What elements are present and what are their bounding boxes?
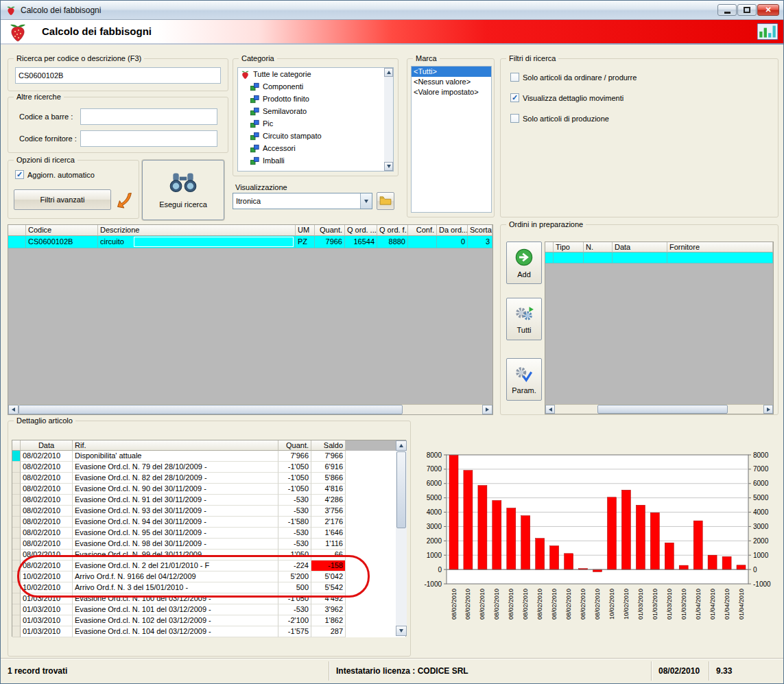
table-row[interactable]: CS0600102B circuito PZ 7966 16544 8880 0… (8, 236, 492, 248)
filter-checkbox[interactable] (510, 73, 519, 82)
category-item[interactable]: Circuito stampato (238, 130, 393, 142)
category-item[interactable]: Tutte le categorie (238, 68, 393, 80)
header-codice[interactable]: Codice (26, 225, 98, 236)
detail-header-quant[interactable]: Quant. (278, 440, 311, 451)
search-input[interactable] (15, 67, 221, 84)
detail-row[interactable]: 01/03/2010 Evasione Ord.cl. N. 104 del 0… (12, 626, 405, 637)
scroll-up-icon[interactable] (384, 68, 393, 77)
row-selector[interactable] (12, 582, 21, 593)
scroll-left-icon[interactable] (545, 405, 555, 414)
detail-row[interactable]: 08/02/2010 Evasione Ord.cl. N. 2 del 21/… (12, 561, 405, 571)
orders-hscrollbar[interactable] (545, 404, 773, 414)
detail-row[interactable]: 08/02/2010 Evasione Ord.cl. N. 99 del 30… (12, 550, 405, 561)
scroll-right-icon[interactable] (482, 405, 492, 414)
inline-editor[interactable] (134, 237, 294, 247)
orders-header-tipo[interactable]: Tipo (554, 242, 584, 252)
chevron-down-icon[interactable] (360, 193, 372, 209)
detail-header-data[interactable]: Data (21, 440, 73, 451)
marca-item[interactable]: <Tutti> (412, 67, 491, 77)
detail-row[interactable]: 08/02/2010 Evasione Ord.cl. N. 91 del 30… (12, 495, 405, 506)
scrollbar-thumb[interactable] (597, 405, 728, 414)
row-selector[interactable] (12, 626, 21, 637)
category-item[interactable]: Imballi (238, 154, 393, 167)
row-selector[interactable] (12, 539, 21, 550)
detail-row[interactable]: 08/02/2010 Evasione Ord.cl. N. 94 del 30… (12, 517, 405, 528)
scroll-right-icon[interactable] (763, 405, 773, 414)
row-selector[interactable] (12, 451, 21, 462)
orders-header-fornitore[interactable]: Fornitore (667, 242, 773, 252)
header-da-ord[interactable]: Da ord... (437, 225, 468, 236)
orders-empty-row[interactable] (545, 252, 773, 263)
orders-header-data[interactable]: Data (613, 242, 667, 252)
open-visualization-button[interactable] (377, 192, 394, 210)
visualization-dropdown[interactable]: Itronica (233, 193, 372, 209)
header-quant[interactable]: Quant. (315, 225, 345, 236)
row-selector[interactable] (12, 604, 21, 615)
category-item[interactable]: Accessori (238, 142, 393, 154)
supplier-code-input[interactable] (80, 130, 217, 147)
detail-row[interactable]: 08/02/2010 Evasione Ord.cl. N. 79 del 28… (12, 462, 405, 473)
scroll-down-icon[interactable] (396, 626, 407, 636)
execute-search-button[interactable]: Esegui ricerca (142, 160, 224, 220)
category-scrollbar[interactable] (384, 68, 393, 171)
header-scorta[interactable]: Scorta (468, 225, 492, 236)
row-selector[interactable] (12, 495, 21, 506)
scrollbar-thumb[interactable] (19, 405, 403, 414)
header-q-ord-f[interactable]: Q ord. f. (377, 225, 408, 236)
detail-row[interactable]: 10/02/2010 Arrivo Ord.f. N. 9166 del 04/… (12, 571, 405, 582)
category-item[interactable]: Pic (238, 117, 393, 130)
detail-header-rif[interactable]: Rif. (73, 440, 278, 451)
row-selector[interactable] (12, 615, 21, 626)
orders-header-n[interactable]: N. (584, 242, 613, 252)
detail-row[interactable]: 08/02/2010 Evasione Ord.cl. N. 82 del 28… (12, 473, 405, 484)
marca-item[interactable]: <Valore impostato> (412, 87, 491, 97)
detail-row[interactable]: 10/02/2010 Arrivo Ord.f. N. 3 del 15/01/… (12, 582, 405, 593)
order-params-button[interactable]: Param. (506, 358, 542, 401)
add-order-button[interactable]: Add (506, 241, 542, 284)
row-selector[interactable] (12, 473, 21, 484)
maximize-button[interactable] (737, 4, 757, 16)
filter-checkbox[interactable] (510, 114, 519, 123)
marca-list[interactable]: <Tutti> <Nessun valore> <Valore impostat… (411, 66, 492, 213)
detail-row[interactable]: 08/02/2010 Disponibilita' attuale 7'966 … (12, 451, 405, 462)
detail-row[interactable]: 01/03/2010 Evasione Ord.cl. N. 101 del 0… (12, 604, 405, 615)
row-selector[interactable] (12, 517, 21, 528)
detail-row[interactable]: 01/03/2010 Evasione Ord.cl. N. 100 del 0… (12, 593, 405, 604)
category-list[interactable]: Tutte le categorie Componenti (237, 67, 394, 172)
header-descrizione[interactable]: Descrizione (98, 225, 296, 236)
minimize-button[interactable] (717, 4, 737, 16)
header-conf[interactable]: Conf. (408, 225, 437, 236)
results-hscrollbar[interactable] (8, 404, 492, 414)
detail-row[interactable]: 08/02/2010 Evasione Ord.cl. N. 95 del 30… (12, 528, 405, 539)
category-item[interactable]: Semilavorato (238, 105, 393, 117)
barcode-input[interactable] (80, 108, 217, 125)
filter-checkbox[interactable] (510, 93, 519, 102)
category-item[interactable]: Componenti (238, 80, 393, 93)
scroll-left-icon[interactable] (8, 405, 19, 414)
row-selector[interactable] (12, 561, 21, 571)
detail-row[interactable]: 08/02/2010 Evasione Ord.cl. N. 90 del 30… (12, 484, 405, 495)
header-q-ord[interactable]: Q ord. ... (345, 225, 377, 236)
row-selector[interactable] (12, 571, 21, 582)
advanced-filters-button[interactable]: Filtri avanzati (14, 189, 111, 210)
marca-item[interactable]: <Nessun valore> (412, 77, 491, 87)
category-item[interactable]: Prodotto finito (238, 93, 393, 105)
row-selector[interactable] (12, 593, 21, 604)
row-selector[interactable] (12, 506, 21, 517)
scrollbar-thumb[interactable] (396, 451, 406, 528)
detail-header-saldo[interactable]: Saldo (311, 440, 346, 451)
all-orders-button[interactable]: Tutti (506, 298, 542, 340)
auto-update-checkbox[interactable] (15, 170, 24, 179)
scroll-down-icon[interactable] (384, 162, 393, 171)
scroll-up-icon[interactable] (396, 440, 407, 451)
detail-row[interactable]: 08/02/2010 Evasione Ord.cl. N. 98 del 30… (12, 539, 405, 550)
detail-row[interactable]: 01/03/2010 Evasione Ord.cl. N. 102 del 0… (12, 615, 405, 626)
detail-row[interactable]: 08/02/2010 Evasione Ord.cl. N. 93 del 30… (12, 506, 405, 517)
close-button[interactable]: ✕ (757, 4, 779, 16)
row-selector[interactable] (12, 528, 21, 539)
row-selector[interactable] (12, 484, 21, 495)
row-selector[interactable] (12, 462, 21, 473)
detail-vscrollbar[interactable] (396, 440, 407, 636)
row-selector[interactable] (12, 550, 21, 561)
header-um[interactable]: UM (296, 225, 315, 236)
